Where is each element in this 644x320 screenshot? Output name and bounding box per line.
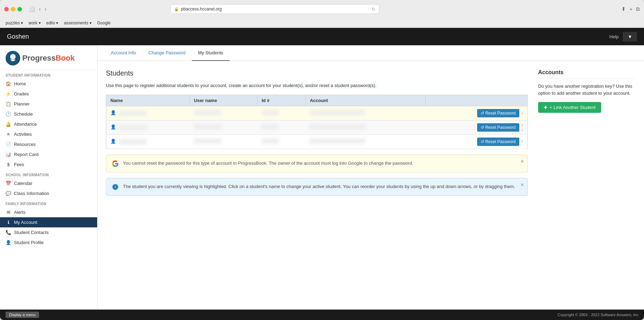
share-icon[interactable]: ⬆	[621, 6, 626, 12]
bookmark-work[interactable]: work ▾	[29, 21, 41, 25]
svg-point-0	[10, 54, 16, 60]
sidebar-item-schedule[interactable]: 🕐 Schedule	[0, 109, 97, 119]
sidebar-item-attendance[interactable]: 🔔 Attendance	[0, 119, 97, 129]
students-table: Name User name Id # Account �	[106, 95, 528, 149]
user-menu-button[interactable]: ▼	[623, 32, 637, 41]
move-down-button[interactable]: ↓	[521, 111, 523, 115]
move-up-button[interactable]: ↑	[521, 123, 523, 127]
school-info-section-label: SCHOOL INFORMATION	[0, 170, 97, 178]
tab-my-students[interactable]: My Students	[192, 45, 230, 61]
bookmark-google[interactable]: Google	[97, 21, 111, 25]
move-up-button[interactable]: ↑	[521, 140, 523, 143]
link-icon: ✚	[544, 105, 548, 110]
cell-id	[257, 120, 305, 134]
sidebar-item-label: Resources	[14, 142, 36, 147]
reload-icon[interactable]: ↻	[372, 7, 375, 12]
maximize-button[interactable]	[17, 7, 22, 11]
cell-name: 👤	[106, 120, 190, 134]
minimize-button[interactable]	[11, 7, 15, 11]
order-controls: ↑	[521, 140, 523, 143]
table-row: 👤 ↺ Reset Password	[106, 106, 528, 120]
sidebar-item-resources[interactable]: 📄 Resources	[0, 139, 97, 149]
accounts-heading: Accounts	[538, 69, 636, 79]
sidebar-item-home[interactable]: 🏠 Home	[0, 79, 97, 89]
copyright-text: Copyright © 2003 - 2023 Software Answers…	[558, 313, 638, 317]
reset-password-button[interactable]: ↺ Reset Password	[477, 138, 519, 146]
traffic-lights	[4, 7, 22, 11]
sidebar-item-my-account[interactable]: ℹ My Account	[0, 217, 97, 227]
forward-button[interactable]: ›	[44, 6, 48, 13]
calendar-icon: 📅	[6, 181, 11, 186]
sidebar-item-label: Grades	[14, 91, 29, 96]
order-controls: ↓	[521, 111, 523, 115]
cell-username	[189, 134, 257, 149]
person-icon: 👤	[110, 110, 116, 115]
cell-username	[189, 106, 257, 120]
browser-titlebar: ⬜ ‹ › 🔒 pbaccess.hccanet.org ↻ ⬆ + ⧉	[0, 0, 644, 18]
attendance-icon: 🔔	[6, 122, 11, 127]
tab-change-password[interactable]: Change Password	[142, 45, 192, 61]
logo-text: ProgressBook	[22, 54, 75, 63]
sidebar-item-label: Alerts	[14, 210, 25, 215]
order-controls: ↑ ↓	[521, 123, 523, 131]
sidebar-item-label: Activities	[14, 132, 32, 137]
info-alert-close[interactable]: ×	[521, 182, 524, 188]
content-area: Students Use this page to register addit…	[98, 61, 644, 204]
students-description: Use this page to register additional stu…	[106, 82, 528, 89]
table-row: 👤 ↺ Reset Password	[106, 120, 528, 134]
info-alert-text: The student you are currently viewing is…	[123, 183, 515, 190]
col-account: Account	[305, 95, 425, 106]
bookmark-puzzles[interactable]: puzzles ▾	[6, 21, 23, 25]
bookmark-edlio[interactable]: edlio ▾	[46, 21, 59, 25]
class-info-icon: 💬	[6, 191, 11, 196]
app-title: Goshen	[7, 33, 29, 40]
cell-id	[257, 134, 305, 149]
windows-icon[interactable]: ⧉	[636, 6, 640, 12]
col-id: Id #	[257, 95, 305, 106]
sidebar-item-class-information[interactable]: 💬 Class Information	[0, 188, 97, 198]
sidebar-item-label: Student Contacts	[14, 230, 49, 235]
address-bar[interactable]: 🔒 pbaccess.hccanet.org ↻	[170, 4, 379, 14]
sidebar-item-student-contacts[interactable]: 📞 Student Contacts	[0, 227, 97, 237]
help-link[interactable]: Help	[609, 34, 619, 39]
reset-password-button[interactable]: ↺ Reset Password	[477, 109, 519, 117]
sidebar-item-planner[interactable]: 📋 Planner	[0, 99, 97, 109]
sidebar-item-label: Planner	[14, 101, 30, 107]
new-tab-icon[interactable]: +	[629, 6, 633, 12]
table-row: 👤 ↺ Reset Password	[106, 134, 528, 149]
browser-controls: ⬜ ‹ ›	[28, 6, 48, 13]
link-student-button[interactable]: ✚ + Link Another Student	[538, 102, 601, 113]
bookmark-assessments[interactable]: assessments ▾	[64, 21, 91, 25]
student-contacts-icon: 📞	[6, 230, 11, 235]
sidebar-item-grades[interactable]: ⚡ Grades	[0, 89, 97, 99]
google-alert-close[interactable]: ×	[521, 158, 524, 165]
close-button[interactable]	[4, 7, 9, 11]
tab-account-info[interactable]: Account Info	[104, 45, 142, 61]
sidebar-item-label: Calendar	[14, 181, 32, 186]
back-button[interactable]: ‹	[38, 6, 42, 13]
sidebar-item-student-profile[interactable]: 👤 Student Profile	[0, 237, 97, 248]
google-icon	[112, 160, 119, 167]
cell-name: 👤	[106, 106, 190, 120]
sidebar-item-label: My Account	[14, 220, 37, 225]
schedule-icon: 🕐	[6, 111, 11, 117]
accounts-panel: Accounts Do you have another registratio…	[538, 69, 636, 196]
col-name: Name	[106, 95, 190, 106]
table-header-row: Name User name Id # Account	[106, 95, 528, 106]
sidebar-item-activities[interactable]: ≡ Activities	[0, 129, 97, 139]
display-menu-button[interactable]: Display a menu	[6, 312, 39, 318]
sidebar-item-alerts[interactable]: ✉ Alerts	[0, 207, 97, 217]
move-down-button[interactable]: ↓	[521, 127, 523, 131]
cell-actions: ↺ Reset Password ↓	[425, 106, 527, 120]
sidebar-item-label: Report Card	[14, 152, 39, 157]
reset-password-button[interactable]: ↺ Reset Password	[477, 123, 519, 132]
sidebar-item-report-card[interactable]: 📊 Report Card	[0, 149, 97, 159]
cell-name: 👤	[106, 134, 190, 149]
sidebar-item-fees[interactable]: $ Fees	[0, 159, 97, 170]
col-actions	[425, 95, 527, 106]
bookmark-bar: puzzles ▾ work ▾ edlio ▾ assessments ▾ G…	[0, 18, 644, 28]
students-section: Students Use this page to register addit…	[106, 69, 528, 196]
sidebar-item-calendar[interactable]: 📅 Calendar	[0, 178, 97, 188]
sidebar-toggle-button[interactable]: ⬜	[28, 6, 36, 13]
family-info-section-label: FAMILY INFORMATION	[0, 198, 97, 207]
